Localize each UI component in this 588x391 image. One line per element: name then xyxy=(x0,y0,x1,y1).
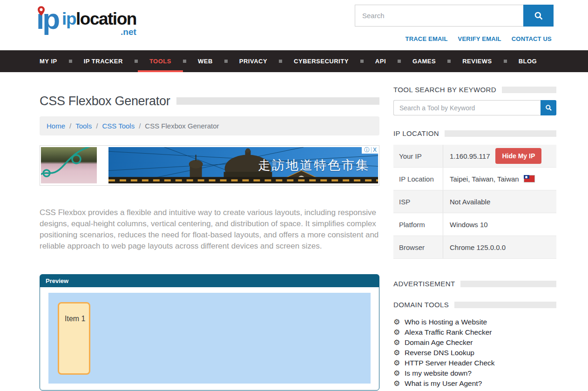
tool-link-http-header[interactable]: ⚙ HTTP Server Header Check xyxy=(393,358,556,368)
breadcrumb-tools[interactable]: Tools xyxy=(75,122,92,130)
header-search-button[interactable] xyxy=(523,5,554,27)
breadcrumb-current: CSS Flexbox Generator xyxy=(145,122,219,130)
tool-link-alexa-rank[interactable]: ⚙ Alexa Traffic Rank Checker xyxy=(393,327,556,337)
ad-main-image: 走訪地道特色市集 xyxy=(108,147,378,183)
logo-tld: .net xyxy=(62,28,136,36)
taiwan-flag-icon xyxy=(524,175,535,182)
nav-item-privacy[interactable]: PRIVACY xyxy=(228,50,279,72)
table-row-isp: ISP Not Available xyxy=(393,190,556,213)
platform-value: Windows 10 xyxy=(443,213,556,236)
header-search-input[interactable] xyxy=(355,5,523,27)
advertisement-heading: ADVERTISEMENT xyxy=(393,280,455,287)
row-label: Your IP xyxy=(393,145,443,167)
logo-wordmark: iplocation .net xyxy=(62,10,136,36)
breadcrumb-separator: / xyxy=(69,122,71,130)
gear-icon: ⚙ xyxy=(393,327,405,337)
table-row-your-ip: Your IP 1.160.95.117 Hide My IP xyxy=(393,145,556,168)
tool-description: CSS Flexbox provides a flexible and intu… xyxy=(40,207,379,252)
page-title: CSS Flexbox Generator xyxy=(40,94,170,108)
verify-email-link[interactable]: VERIFY EMAIL xyxy=(458,35,501,42)
search-icon xyxy=(534,11,543,20)
nav-item-blog[interactable]: BLOG xyxy=(507,50,549,72)
nav-item-cybersecurity[interactable]: CYBERSECURITY xyxy=(282,50,360,72)
header-links: TRACE EMAIL VERIFY EMAIL CONTACT US xyxy=(406,35,552,42)
main-content: CSS Flexbox Generator Home / Tools / CSS… xyxy=(40,72,379,391)
breadcrumb-home[interactable]: Home xyxy=(47,122,65,130)
browser-value: Chrome 125.0.0.0 xyxy=(443,236,556,258)
adchoices-close-icon[interactable]: X xyxy=(372,146,378,154)
nav-separator xyxy=(135,60,138,63)
site-logo[interactable]: ıp iplocation .net xyxy=(36,3,136,36)
preview-panel-header: Preview xyxy=(40,275,379,287)
contact-us-link[interactable]: CONTACT US xyxy=(512,35,552,42)
ad-banner[interactable]: 走訪地道特色市集 ⓘ X xyxy=(40,145,379,186)
gear-icon: ⚙ xyxy=(393,317,405,327)
row-label: Browser xyxy=(393,236,443,258)
nav-item-ip-tracker[interactable]: IP TRACKER xyxy=(72,50,135,72)
gear-icon: ⚙ xyxy=(393,368,405,378)
nav-separator xyxy=(69,60,72,63)
nav-separator xyxy=(398,60,401,63)
nav-item-my-ip[interactable]: MY IP xyxy=(40,50,69,72)
gear-icon: ⚙ xyxy=(393,358,405,368)
breadcrumb-separator: / xyxy=(96,122,98,130)
tool-link-user-agent[interactable]: ⚙ What is my User Agent? xyxy=(393,378,556,389)
nav-separator xyxy=(504,60,507,63)
nav-separator xyxy=(224,60,228,63)
nav-separator xyxy=(279,60,282,63)
table-row-platform: Platform Windows 10 xyxy=(393,213,556,236)
heading-decorative-bar xyxy=(502,87,556,93)
gear-icon: ⚙ xyxy=(393,337,405,348)
page: ıp iplocation .net TRACE EMAIL VERIF xyxy=(0,0,588,391)
heading-decorative-bar xyxy=(460,281,556,287)
location-pin-icon xyxy=(38,6,45,16)
tool-search-heading: TOOL SEARCH BY KEYWORD xyxy=(393,86,496,93)
tool-link-reverse-dns[interactable]: ⚙ Reverse DNS Lookup xyxy=(393,348,556,358)
title-decorative-bar xyxy=(176,97,379,105)
tool-search-button[interactable] xyxy=(541,100,556,115)
preview-flex-item-1: Item 1 xyxy=(58,302,90,375)
nav-item-reviews[interactable]: REVIEWS xyxy=(451,50,503,72)
gear-icon: ⚙ xyxy=(393,378,405,389)
adchoices: ⓘ X xyxy=(362,146,379,154)
search-icon xyxy=(545,104,552,111)
nav-separator xyxy=(183,60,186,63)
nav-separator xyxy=(360,60,364,63)
nav-separator xyxy=(447,60,451,63)
trace-email-link[interactable]: TRACE EMAIL xyxy=(406,35,448,42)
ip-location-value: Taipei, Taiwan, Taiwan xyxy=(450,175,519,183)
ip-location-table: Your IP 1.160.95.117 Hide My IP IP Locat… xyxy=(393,145,556,259)
domain-tools-heading: DOMAIN TOOLS xyxy=(393,301,449,308)
adchoices-info-icon[interactable]: ⓘ xyxy=(363,146,371,154)
logo-word-ip: ip xyxy=(62,9,76,28)
main-nav: MY IP IP TRACKER TOOLS WEB PRIVACY CYBER… xyxy=(0,50,588,72)
your-ip-value: 1.160.95.117 xyxy=(450,152,490,160)
preview-panel-body: Item 1 xyxy=(40,287,379,390)
header: ıp iplocation .net TRACE EMAIL VERIF xyxy=(0,0,588,50)
heading-decorative-bar xyxy=(454,302,556,308)
nav-item-api[interactable]: API xyxy=(364,50,398,72)
preview-panel: Preview Item 1 xyxy=(40,274,379,391)
breadcrumb-separator: / xyxy=(139,122,141,130)
tool-link-domain-age[interactable]: ⚙ Domain Age Checker xyxy=(393,337,556,348)
tool-search-input[interactable] xyxy=(393,100,541,115)
sidebar: TOOL SEARCH BY KEYWORD IP LOCATION Your … xyxy=(393,72,556,391)
isp-value: Not Available xyxy=(443,190,556,213)
ad-thumbnail-image xyxy=(41,147,97,183)
tool-link-website-down[interactable]: ⚙ Is my website down? xyxy=(393,368,556,378)
tool-link-who-is-hosting[interactable]: ⚙ Who is Hosting a Website xyxy=(393,317,556,327)
breadcrumb-css-tools[interactable]: CSS Tools xyxy=(102,122,135,130)
row-label: Platform xyxy=(393,213,443,236)
tool-search xyxy=(393,100,556,115)
table-row-ip-location: IP Location Taipei, Taiwan, Taiwan xyxy=(393,168,556,190)
nav-item-web[interactable]: WEB xyxy=(186,50,224,72)
hide-my-ip-button[interactable]: Hide My IP xyxy=(495,148,541,164)
header-search xyxy=(355,5,554,27)
preview-flex-container: Item 1 xyxy=(48,293,371,384)
ip-location-heading: IP LOCATION xyxy=(393,130,439,137)
nav-item-tools[interactable]: TOOLS xyxy=(138,50,183,72)
nav-item-games[interactable]: GAMES xyxy=(401,50,447,72)
ad-headline: 走訪地道特色市集 xyxy=(258,157,370,174)
table-row-browser: Browser Chrome 125.0.0.0 xyxy=(393,236,556,259)
breadcrumb: Home / Tools / CSS Tools / CSS Flexbox G… xyxy=(40,116,379,135)
